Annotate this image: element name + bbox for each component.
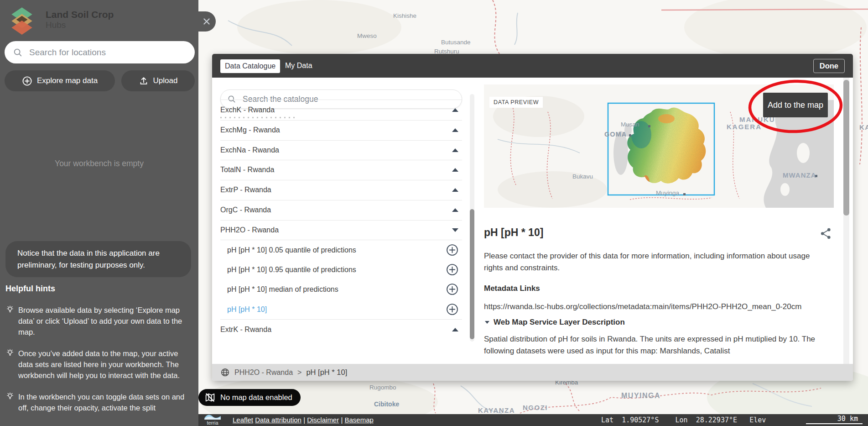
link-basemap[interactable]: Basemap — [344, 416, 373, 424]
hint-item: In the workbench you can toggle data set… — [5, 392, 192, 414]
hint-text: Browse available data by selecting ‘Expl… — [18, 305, 191, 338]
preview-label-muyinga: Muyinga — [656, 189, 679, 196]
tab-data-catalogue[interactable]: Data Catalogue — [220, 59, 280, 73]
close-icon — [202, 16, 212, 26]
catalogue-item-ph-selected[interactable]: pH [pH * 10] — [212, 300, 468, 319]
catalogue-group-extrk[interactable]: ExtrK - Rwanda — [212, 320, 468, 339]
group-label: ExchK - Rwanda — [220, 106, 275, 114]
catalogue-group-extrp[interactable]: ExtrP - Rwanda — [212, 180, 468, 200]
chevron-down-icon[interactable] — [452, 228, 458, 232]
brand-title: Land Soil Crop — [46, 9, 114, 20]
chevron-up-icon[interactable] — [452, 148, 458, 152]
link-separator: | — [303, 416, 305, 424]
catalogue-item-ph-median[interactable]: pH [pH * 10] median of predictions — [212, 279, 468, 299]
location-search-input[interactable] — [28, 47, 185, 58]
lsc-hubs-logo-icon — [7, 5, 36, 35]
terria-logo[interactable]: terria — [199, 412, 226, 426]
upload-button[interactable]: Upload — [121, 70, 195, 91]
add-item-icon[interactable] — [446, 303, 458, 316]
catalogue-group-exchna[interactable]: ExchNa - Rwanda — [212, 140, 468, 160]
map-label-mweso: Mweso — [357, 32, 377, 39]
catalogue-group-phh2o[interactable]: PHH2O - Rwanda — [212, 220, 468, 240]
breadcrumb-item[interactable]: pH [pH * 10] — [306, 368, 347, 377]
brand-subtitle: Hubs — [46, 20, 66, 30]
preview-label-goma: GOMA — [604, 131, 627, 138]
add-item-icon[interactable] — [446, 263, 458, 276]
hint-item: Once you’ve added data to the map, your … — [5, 348, 192, 381]
helpful-hints-title: Helpful hints — [5, 284, 55, 294]
map-label-muyinga: MUYINGA — [621, 392, 660, 400]
dataset-title: pH [pH * 10] — [484, 226, 543, 239]
chevron-up-icon[interactable] — [452, 108, 458, 112]
preliminary-data-notice: Notice that the data in this application… — [5, 241, 191, 277]
scale-label: 30 km — [837, 415, 858, 423]
group-label: TotalN - Rwanda — [220, 166, 274, 174]
elev-label: Elev — [749, 416, 766, 424]
data-catalogue-modal: Data Catalogue My Data Done ExchK - Rwan… — [212, 54, 853, 381]
catalogue-breadcrumb: PHH2O - Rwanda > pH [pH * 10] — [212, 364, 853, 381]
scale-line — [806, 423, 863, 424]
map-label-ngozi: NGOZI — [523, 404, 548, 411]
city-dot — [815, 175, 817, 177]
wms-section-toggle[interactable]: Web Map Service Layer Description — [484, 318, 625, 327]
explore-button-label: Explore map data — [37, 76, 98, 85]
breadcrumb-group[interactable]: PHH2O - Rwanda — [234, 368, 293, 377]
terria-label: terria — [199, 420, 226, 426]
lightbulb-icon — [5, 392, 15, 401]
map-label-kayanza: KAYANZA — [478, 406, 515, 414]
group-label: ExchMg - Rwanda — [220, 126, 280, 134]
link-data-attribution[interactable]: Data attribution — [255, 416, 301, 424]
terria-wave-icon — [203, 412, 223, 420]
upload-button-label: Upload — [153, 76, 178, 85]
chevron-up-icon[interactable] — [452, 328, 458, 331]
tab-my-data[interactable]: My Data — [285, 62, 312, 70]
link-leaflet[interactable]: Leaflet — [233, 416, 253, 424]
share-icon[interactable] — [820, 227, 832, 240]
catalogue-group-exchk[interactable]: ExchK - Rwanda — [212, 100, 468, 120]
catalogue-item-ph-005-quantile[interactable]: pH [pH * 10] 0.05 quantile of prediction… — [212, 240, 468, 260]
data-preview-chip: DATA PREVIEW — [489, 97, 543, 108]
dataset-detail-panel: DATA PREVIEW Musan GOMA Bukavu Muyinga M… — [477, 78, 853, 364]
metadata-url[interactable]: https://rwanda.lsc-hubs.org/collections/… — [484, 301, 840, 313]
lat-label: Lat — [601, 416, 613, 424]
preview-label-mwanza: MWANZA — [783, 171, 816, 179]
link-separator: | — [341, 416, 343, 424]
chevron-down-icon — [485, 321, 489, 324]
attribution-links: Leaflet Data attribution | Disclaimer | … — [233, 416, 374, 424]
modal-header: Data Catalogue My Data Done — [212, 54, 853, 78]
add-item-icon[interactable] — [446, 283, 458, 295]
catalogue-group-orgc[interactable]: OrgC - Rwanda — [212, 200, 468, 220]
map-disabled-icon — [204, 392, 216, 403]
group-label: ExchNa - Rwanda — [220, 146, 279, 154]
no-map-data-badge[interactable]: No map data enabled — [198, 389, 301, 406]
sidebar: Land Soil Crop Hubs Explore map data Upl… — [0, 0, 198, 426]
done-button[interactable]: Done — [813, 59, 845, 73]
add-to-map-button[interactable]: Add to the map — [763, 93, 828, 117]
catalogue-item-ph-095-quantile[interactable]: pH [pH * 10] 0.95 quantile of prediction… — [212, 260, 468, 279]
add-item-icon[interactable] — [446, 244, 458, 256]
preview-label-bukavu: Bukavu — [572, 173, 593, 180]
detail-scrollbar-thumb[interactable] — [843, 80, 849, 216]
chevron-up-icon[interactable] — [452, 168, 458, 172]
hint-item: Browse available data by selecting ‘Expl… — [5, 305, 192, 338]
chevron-up-icon[interactable] — [452, 208, 458, 212]
chevron-up-icon[interactable] — [452, 188, 458, 192]
plus-circle-icon — [22, 76, 32, 86]
list-scrollbar-thumb[interactable] — [470, 209, 474, 339]
map-label-rugombo: Rugombo — [369, 384, 396, 391]
data-preview-map: DATA PREVIEW Musan GOMA Bukavu Muyinga M… — [484, 84, 834, 208]
location-search[interactable] — [5, 41, 195, 63]
group-label: ExtrK - Rwanda — [220, 326, 271, 334]
map-label-butusande: Butusande — [441, 39, 471, 46]
catalogue-group-exchmg[interactable]: ExchMg - Rwanda — [212, 120, 468, 140]
workbench-empty-message: Your workbench is empty — [0, 159, 198, 168]
coordinates-readout: Lat 1.90527°S Lon 28.22937°E Elev — [601, 416, 766, 424]
link-disclaimer[interactable]: Disclaimer — [307, 416, 339, 424]
lon-value: 28.22937°E — [696, 416, 737, 424]
item-label: pH [pH * 10] 0.05 quantile of prediction… — [227, 246, 356, 254]
explore-map-data-button[interactable]: Explore map data — [5, 70, 115, 91]
item-label-selected: pH [pH * 10] — [227, 305, 267, 314]
catalogue-group-totaln[interactable]: TotalN - Rwanda — [212, 160, 468, 179]
wms-description: Spatial distribution of pH for soils in … — [484, 333, 835, 358]
chevron-up-icon[interactable] — [452, 128, 458, 132]
